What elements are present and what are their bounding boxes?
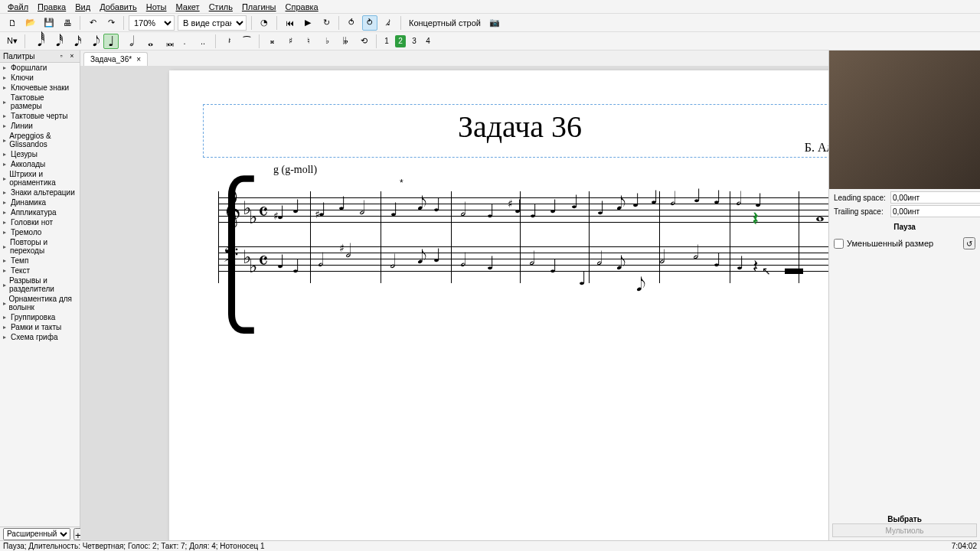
zoom-combo[interactable]: 170% (129, 15, 175, 31)
redo-icon[interactable]: ↷ (103, 15, 119, 31)
menu-layout[interactable]: Макет (172, 1, 204, 13)
palette-item-22[interactable]: ▸Схема грифа (0, 332, 80, 342)
duration-breve-icon[interactable]: 𝅜 (158, 34, 174, 49)
palette-item-11[interactable]: ▸Динамика (0, 197, 80, 207)
multituplet-button[interactable]: Мультиоль (832, 523, 977, 537)
palette-item-10[interactable]: ▸Знаки альтерации (0, 187, 80, 197)
webcam-overlay (829, 51, 980, 189)
palette-close-icon[interactable]: × (67, 52, 77, 61)
loop-in-icon[interactable]: ⥀ (344, 15, 359, 31)
flat-icon[interactable]: ♭ (319, 34, 335, 49)
chevron-right-icon: ▸ (3, 300, 8, 307)
save-icon[interactable]: 💾 (41, 15, 57, 31)
rest-icon[interactable]: 𝄽 (220, 34, 236, 49)
tie-icon[interactable]: ⁀ (239, 34, 254, 49)
score-title[interactable]: Задача 36 (169, 109, 828, 145)
palette-undock-icon[interactable]: ▫ (57, 52, 66, 61)
palette-item-12[interactable]: ▸Аппликатура (0, 207, 80, 217)
double-dot-icon[interactable]: .. (195, 34, 211, 49)
new-file-icon[interactable]: 🗋 (5, 15, 20, 31)
rewind-icon[interactable]: ⏮ (282, 15, 297, 31)
chevron-right-icon: ▸ (3, 64, 11, 71)
double-flat-icon[interactable]: 𝄫 (338, 34, 353, 49)
score-page[interactable]: Задача 36 Б. Алексеев g (g-moll) ↵ ⎧⎩ (169, 70, 828, 540)
duration-whole-icon[interactable]: 𝅝 (140, 34, 155, 49)
palette-item-19[interactable]: ▸Орнаментика для волынк (0, 294, 80, 312)
palette-item-1[interactable]: ▸Ключи (0, 73, 80, 83)
duration-quarter-icon[interactable]: ♩ (103, 34, 119, 49)
voice-3-button[interactable]: 3 (409, 35, 420, 47)
duration-8th-icon[interactable]: 𝅘𝅥𝅮 (85, 34, 100, 49)
natural-icon[interactable]: ♮ (301, 34, 316, 49)
inspector-select-label: Выбрать (832, 515, 977, 523)
palette-item-17[interactable]: ▸Текст (0, 266, 80, 276)
palette-item-4[interactable]: ▸Тактовые черты (0, 111, 80, 121)
palette-item-6[interactable]: ▸Arpeggios & Glissandos (0, 131, 80, 149)
palette-item-3[interactable]: ▸Тактовые размеры (0, 93, 80, 111)
small-reset-button[interactable]: ↺ (963, 237, 975, 249)
status-bar: Пауза; Длительность: Четвертная; Голос: … (0, 540, 980, 551)
chevron-right-icon: ▸ (3, 74, 11, 81)
dot-icon[interactable]: . (177, 34, 192, 49)
palette-item-13[interactable]: ▸Головки нот (0, 217, 80, 227)
menu-file[interactable]: Файл (3, 1, 33, 13)
duration-16th-icon[interactable]: 𝅘𝅥𝅯 (67, 34, 82, 49)
palette-item-5[interactable]: ▸Линии (0, 121, 80, 131)
palette-item-0[interactable]: ▸Форшлаги (0, 63, 80, 73)
leading-space-input[interactable] (890, 191, 980, 204)
camera-icon[interactable]: 📷 (487, 15, 502, 31)
palette-item-14[interactable]: ▸Тремоло (0, 227, 80, 237)
voice-4-button[interactable]: 4 (423, 35, 433, 47)
menu-add[interactable]: Добавить (95, 1, 142, 13)
menu-help[interactable]: Справка (281, 1, 323, 13)
menu-style[interactable]: Стиль (204, 1, 237, 13)
sharp-icon[interactable]: ♯ (283, 34, 298, 49)
undo-icon[interactable]: ↶ (85, 15, 100, 31)
print-icon[interactable]: 🖶 (60, 15, 75, 31)
status-right: 7:04:02 (952, 542, 977, 550)
palette-mode-combo[interactable]: Расширенный (3, 528, 70, 540)
trailing-space-input[interactable] (890, 205, 980, 217)
palette-item-2[interactable]: ▸Ключевые знаки (0, 83, 80, 93)
duration-32nd-icon[interactable]: 𝅘𝅥𝅰 (48, 34, 64, 49)
score-key-text[interactable]: g (g-moll) (273, 164, 317, 176)
duration-64th-icon[interactable]: 𝅘𝅥𝅱 (30, 34, 45, 49)
flip-icon[interactable]: ⟲ (356, 34, 371, 49)
duration-half-icon[interactable]: 𝅗𝅥 (122, 34, 137, 49)
score-system[interactable]: ⎧⎩ (203, 184, 828, 298)
palette-item-8[interactable]: ▸Акколады (0, 159, 80, 169)
palette-item-21[interactable]: ▸Рамки и такты (0, 322, 80, 332)
score-viewport[interactable]: Задача 36 Б. Алексеев g (g-moll) ↵ ⎧⎩ (80, 66, 828, 540)
palette-item-15[interactable]: ▸Повторы и переходы (0, 237, 80, 256)
note-input-toggle-icon[interactable]: N▾ (5, 34, 20, 49)
menu-notes[interactable]: Ноты (142, 1, 172, 13)
tab-close-icon[interactable]: × (136, 55, 141, 64)
voice-2-button[interactable]: 2 (395, 35, 406, 47)
view-mode-combo[interactable]: В виде страниц (178, 15, 247, 31)
small-size-checkbox[interactable] (834, 239, 844, 249)
chevron-right-icon: ▸ (3, 257, 11, 264)
metronome-icon[interactable]: ◔ (256, 15, 272, 31)
menu-plugins[interactable]: Плагины (237, 1, 281, 13)
loop-out-icon[interactable]: ⥁ (362, 15, 377, 31)
tab-document[interactable]: Задача_36* × (83, 52, 148, 66)
music-content[interactable]: 𝄞 𝄢 ♭ ♭ ♭ ♭ 𝄴 𝄴 * ♩♯ ♩ ♩♯ ♩ (203, 184, 828, 298)
trailing-space-label: Trailing space: (834, 207, 887, 216)
palette-item-9[interactable]: ▸Штрихи и орнаментика (0, 169, 80, 187)
chevron-right-icon: ▸ (3, 189, 11, 196)
palette-item-20[interactable]: ▸Группировка (0, 312, 80, 322)
play-icon[interactable]: ▶ (300, 15, 315, 31)
double-sharp-icon[interactable]: 𝄪 (264, 34, 279, 49)
loop-icon[interactable]: ↻ (318, 15, 334, 31)
tab-bar: Задача_36* × (80, 51, 828, 66)
menu-view[interactable]: Вид (70, 1, 95, 13)
concert-pitch-label[interactable]: Концертный строй (406, 18, 484, 28)
menu-edit[interactable]: Правка (33, 1, 70, 13)
repitch-icon[interactable]: ♩̷ (381, 15, 396, 31)
palette-item-7[interactable]: ▸Цезуры (0, 149, 80, 159)
voice-1-button[interactable]: 1 (381, 35, 392, 47)
palette-item-18[interactable]: ▸Разрывы и разделители (0, 276, 80, 294)
score-composer[interactable]: Б. Алексеев (805, 141, 828, 155)
palette-item-16[interactable]: ▸Темп (0, 256, 80, 266)
open-file-icon[interactable]: 📂 (23, 15, 38, 31)
